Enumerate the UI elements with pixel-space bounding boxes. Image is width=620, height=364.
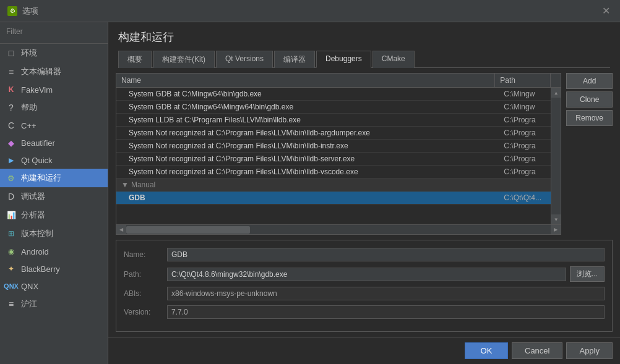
cell-path-0: C:\Mingw [501,88,551,100]
table-row[interactable]: System Not recognized at C:\Program File… [116,153,551,166]
version-control-icon: ⊞ [6,229,16,239]
sidebar-item-blackberry[interactable]: ✦BlackBerry [0,260,108,277]
ok-button[interactable]: OK [465,342,508,359]
sidebar-item-label-version-control: 版本控制 [21,228,53,239]
vertical-scrollbar[interactable]: ▲ ▼ [551,88,561,224]
detail-label-path: Path: [124,270,167,279]
clone-button[interactable]: Clone [566,91,613,108]
cell-path-7 [501,179,551,191]
sidebar-filter: Filter [0,22,108,44]
sidebar-scroll[interactable]: □环境≡文本编辑器KFakeVim?帮助CC++◆Beautifier▶Qt Q… [0,44,108,364]
sidebar-item-debugger[interactable]: D调试器 [0,187,108,206]
detail-panel: Name:Path:浏览...ABIs:Version: [116,240,613,332]
sidebar-item-environment[interactable]: □环境 [0,44,108,62]
detail-input-name[interactable] [167,248,605,261]
table-scroll-area[interactable]: System GDB at C:\Mingw64\bin\gdb.exeC:\M… [116,88,551,224]
content-area: 构建和运行 概要构建套件(Kit)Qt Versions编译器Debuggers… [108,22,620,364]
add-button[interactable]: Add [566,73,613,89]
table-wrapper: Name Path System GDB at C:\Mingw64\bin\g… [116,73,561,235]
sidebar-item-version-control[interactable]: ⊞版本控制 [0,224,108,243]
cpp-icon: C [6,121,16,130]
scroll-left-arrow[interactable]: ◀ [116,225,126,234]
debugger-icon: D [6,192,16,201]
table-row[interactable]: System LLDB at C:\Program Files\LLVM\bin… [116,114,551,127]
title-bar-text: 选项 [22,6,600,17]
detail-input-abis [167,287,605,300]
scroll-right-arrow[interactable]: ▶ [551,225,561,234]
sidebar-item-build-run[interactable]: ⚙构建和运行 [0,169,108,187]
sidebar-item-label-help: 帮助 [21,102,37,113]
tab-compilers[interactable]: 编译器 [274,51,315,68]
action-buttons: AddCloneRemove [566,73,613,235]
remove-button[interactable]: Remove [566,110,613,126]
sidebar-item-label-qt-quick: Qt Quick [21,156,53,165]
sidebar-item-label-cpp: C++ [21,121,37,130]
table-and-buttons: Name Path System GDB at C:\Mingw64\bin\g… [116,73,613,235]
table-row[interactable]: GDBC:\Qt\Qt4... [116,192,551,205]
table-row[interactable]: System Not recognized at C:\Program File… [116,127,551,140]
detail-input-path[interactable] [167,268,566,281]
sidebar-item-other[interactable]: ≡沪江 [0,295,108,313]
detail-input-version [167,305,605,319]
blackberry-icon: ✦ [6,264,16,274]
sidebar-item-label-fakevim: FakeVim [21,85,53,95]
hscroll-thumb[interactable] [126,226,250,234]
table-row[interactable]: System GDB at C:\Mingw64\bin\gdb.exeC:\M… [116,88,551,101]
detail-label-name: Name: [124,250,167,259]
sidebar-item-label-text-editor: 文本编辑器 [21,66,61,77]
tab-overview[interactable]: 概要 [118,51,152,68]
cell-path-1: C:\Mingw [501,101,551,113]
table-row[interactable]: ▼Manual [116,179,551,192]
analyzer-icon: 📊 [6,210,16,220]
tabs-bar: 概要构建套件(Kit)Qt Versions编译器DebuggersCMake [118,51,610,68]
app-icon: ⚙ [7,6,17,16]
cell-name-4: System Not recognized at C:\Program File… [116,140,501,152]
tab-build-kit[interactable]: 构建套件(Kit) [153,51,215,68]
tab-debuggers[interactable]: Debuggers [316,51,371,68]
cell-path-2: C:\Progra [501,114,551,126]
help-icon: ? [6,103,16,112]
scroll-track[interactable] [551,98,561,214]
close-button[interactable]: ✕ [600,5,613,17]
table-row[interactable]: System Not recognized at C:\Program File… [116,166,551,179]
tab-cmake[interactable]: CMake [372,51,415,68]
apply-button[interactable]: Apply [566,342,613,359]
cell-path-4: C:\Progra [501,140,551,152]
sidebar-item-label-debugger: 调试器 [21,191,45,202]
sidebar-item-analyzer[interactable]: 📊分析器 [0,206,108,224]
sidebar-item-text-editor[interactable]: ≡文本编辑器 [0,62,108,81]
sidebar-item-qt-quick[interactable]: ▶Qt Quick [0,151,108,169]
cell-name-2: System LLDB at C:\Program Files\LLVM\bin… [116,114,501,126]
sidebar-item-label-blackberry: BlackBerry [21,265,60,274]
table-row[interactable]: System Not recognized at C:\Program File… [116,140,551,153]
main-layout: Filter □环境≡文本编辑器KFakeVim?帮助CC++◆Beautifi… [0,22,620,364]
table-row[interactable]: System GDB at C:\Mingw64\Mingw64\bin\gdb… [116,101,551,114]
scrollbar-spacer [551,74,561,87]
scroll-up-arrow[interactable]: ▲ [551,88,561,98]
sidebar-item-label-android: Android [21,247,49,256]
sidebar-item-qnx[interactable]: QNXQNX [0,277,108,295]
sidebar-item-cpp[interactable]: CC++ [0,117,108,134]
build-run-icon: ⚙ [6,173,16,183]
browse-button-path[interactable]: 浏览... [570,266,605,282]
cancel-button[interactable]: Cancel [512,342,562,359]
other-icon: ≡ [6,299,16,309]
table-header: Name Path [116,74,561,88]
sidebar-item-help[interactable]: ?帮助 [0,98,108,117]
sidebar-item-label-qnx: QNX [21,282,38,291]
sidebar-item-label-build-run: 构建和运行 [21,172,61,184]
hscroll-track[interactable] [126,225,551,234]
scroll-down-arrow[interactable]: ▼ [551,214,561,224]
panel: Name Path System GDB at C:\Mingw64\bin\g… [108,68,620,337]
cell-name-1: System GDB at C:\Mingw64\Mingw64\bin\gdb… [116,101,501,113]
sidebar-item-android[interactable]: ◉Android [0,243,108,260]
detail-row-abis: ABIs: [124,287,605,300]
tab-qt-versions[interactable]: Qt Versions [216,51,273,68]
horizontal-scrollbar[interactable]: ◀ ▶ [116,224,561,234]
beautifier-icon: ◆ [6,138,16,148]
cell-name-7: ▼Manual [116,179,501,191]
qt-quick-icon: ▶ [6,155,16,165]
detail-row-version: Version: [124,305,605,319]
sidebar-item-beautifier[interactable]: ◆Beautifier [0,134,108,151]
sidebar-item-fakevim[interactable]: KFakeVim [0,81,108,98]
